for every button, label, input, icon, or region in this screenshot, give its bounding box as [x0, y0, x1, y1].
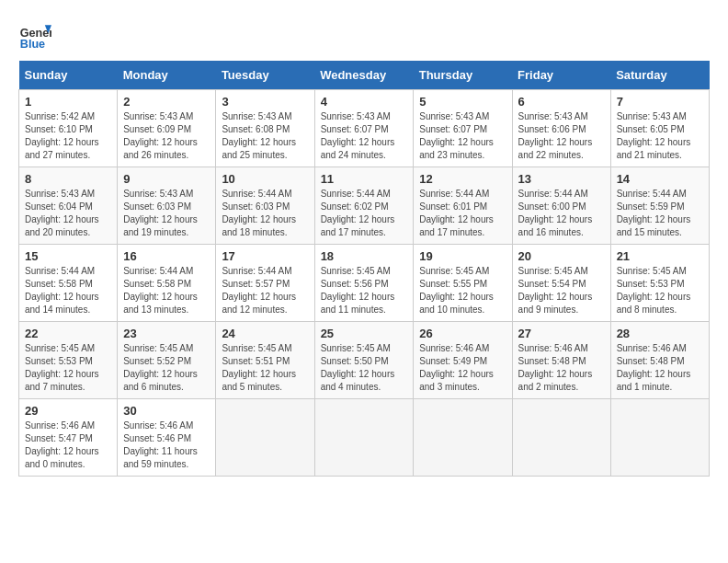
day-info: Sunrise: 5:45 AM Sunset: 5:53 PM Dayligh…: [617, 265, 703, 316]
day-info: Sunrise: 5:43 AM Sunset: 6:06 PM Dayligh…: [518, 110, 605, 162]
weekday-header-wednesday: Wednesday: [314, 61, 414, 90]
calendar-cell: [314, 399, 414, 477]
calendar-cell: 14 Sunrise: 5:44 AM Sunset: 5:59 PM Dayl…: [610, 167, 709, 245]
calendar-cell: 8 Sunrise: 5:43 AM Sunset: 6:04 PM Dayli…: [19, 167, 118, 245]
weekday-header-monday: Monday: [118, 61, 216, 90]
day-info: Sunrise: 5:42 AM Sunset: 6:10 PM Dayligh…: [25, 110, 111, 162]
day-number: 4: [321, 95, 408, 109]
calendar-cell: 1 Sunrise: 5:42 AM Sunset: 6:10 PM Dayli…: [19, 90, 118, 167]
day-info: Sunrise: 5:45 AM Sunset: 5:54 PM Dayligh…: [518, 265, 605, 316]
day-number: 19: [419, 249, 506, 263]
day-number: 17: [222, 249, 308, 263]
calendar-cell: 22 Sunrise: 5:45 AM Sunset: 5:53 PM Dayl…: [19, 322, 118, 399]
day-info: Sunrise: 5:46 AM Sunset: 5:47 PM Dayligh…: [25, 419, 111, 471]
day-number: 20: [518, 249, 605, 263]
calendar-week-5: 29 Sunrise: 5:46 AM Sunset: 5:47 PM Dayl…: [19, 399, 710, 477]
day-info: Sunrise: 5:43 AM Sunset: 6:07 PM Dayligh…: [419, 110, 506, 162]
day-number: 6: [518, 95, 605, 109]
day-info: Sunrise: 5:43 AM Sunset: 6:03 PM Dayligh…: [123, 188, 210, 239]
day-info: Sunrise: 5:44 AM Sunset: 5:59 PM Dayligh…: [617, 188, 703, 239]
day-number: 28: [617, 327, 703, 340]
day-info: Sunrise: 5:44 AM Sunset: 5:57 PM Dayligh…: [222, 265, 308, 316]
calendar-cell: 2 Sunrise: 5:43 AM Sunset: 6:09 PM Dayli…: [118, 90, 216, 167]
day-number: 30: [123, 404, 210, 418]
day-info: Sunrise: 5:45 AM Sunset: 5:56 PM Dayligh…: [321, 265, 408, 316]
day-info: Sunrise: 5:43 AM Sunset: 6:05 PM Dayligh…: [617, 110, 703, 162]
day-info: Sunrise: 5:44 AM Sunset: 5:58 PM Dayligh…: [25, 265, 111, 316]
day-info: Sunrise: 5:46 AM Sunset: 5:46 PM Dayligh…: [123, 419, 210, 471]
day-number: 9: [123, 172, 210, 186]
day-number: 21: [617, 249, 703, 263]
day-info: Sunrise: 5:44 AM Sunset: 5:58 PM Dayligh…: [123, 265, 210, 316]
day-info: Sunrise: 5:43 AM Sunset: 6:09 PM Dayligh…: [123, 110, 210, 162]
calendar-week-1: 1 Sunrise: 5:42 AM Sunset: 6:10 PM Dayli…: [19, 90, 710, 167]
day-info: Sunrise: 5:45 AM Sunset: 5:51 PM Dayligh…: [222, 342, 308, 394]
day-number: 7: [617, 95, 703, 109]
calendar-cell: [414, 399, 512, 477]
day-number: 5: [419, 95, 506, 109]
day-info: Sunrise: 5:44 AM Sunset: 6:03 PM Dayligh…: [222, 188, 308, 239]
calendar-cell: 3 Sunrise: 5:43 AM Sunset: 6:08 PM Dayli…: [216, 90, 314, 167]
day-number: 24: [222, 327, 308, 340]
calendar-cell: 25 Sunrise: 5:45 AM Sunset: 5:50 PM Dayl…: [314, 322, 414, 399]
day-info: Sunrise: 5:43 AM Sunset: 6:08 PM Dayligh…: [222, 110, 308, 162]
calendar-cell: 21 Sunrise: 5:45 AM Sunset: 5:53 PM Dayl…: [610, 245, 709, 322]
day-number: 12: [419, 172, 506, 186]
calendar-cell: 11 Sunrise: 5:44 AM Sunset: 6:02 PM Dayl…: [314, 167, 414, 245]
day-number: 27: [518, 327, 605, 340]
day-info: Sunrise: 5:45 AM Sunset: 5:52 PM Dayligh…: [123, 342, 210, 394]
day-number: 26: [419, 327, 506, 340]
calendar-cell: 19 Sunrise: 5:45 AM Sunset: 5:55 PM Dayl…: [414, 245, 512, 322]
day-number: 8: [25, 172, 111, 186]
day-info: Sunrise: 5:46 AM Sunset: 5:48 PM Dayligh…: [518, 342, 605, 394]
header: General Blue: [18, 18, 710, 52]
day-number: 18: [321, 249, 408, 263]
logo: General Blue: [18, 18, 51, 52]
calendar-cell: 20 Sunrise: 5:45 AM Sunset: 5:54 PM Dayl…: [512, 245, 610, 322]
day-info: Sunrise: 5:44 AM Sunset: 6:00 PM Dayligh…: [518, 188, 605, 239]
day-info: Sunrise: 5:45 AM Sunset: 5:53 PM Dayligh…: [25, 342, 111, 394]
day-number: 29: [25, 404, 111, 418]
day-number: 1: [25, 95, 111, 109]
weekday-header-tuesday: Tuesday: [216, 61, 314, 90]
calendar-week-4: 22 Sunrise: 5:45 AM Sunset: 5:53 PM Dayl…: [19, 322, 710, 399]
day-info: Sunrise: 5:43 AM Sunset: 6:04 PM Dayligh…: [25, 188, 111, 239]
calendar-cell: 26 Sunrise: 5:46 AM Sunset: 5:49 PM Dayl…: [414, 322, 512, 399]
day-number: 13: [518, 172, 605, 186]
calendar-cell: [216, 399, 314, 477]
calendar-cell: 7 Sunrise: 5:43 AM Sunset: 6:05 PM Dayli…: [610, 90, 709, 167]
calendar-cell: 13 Sunrise: 5:44 AM Sunset: 6:00 PM Dayl…: [512, 167, 610, 245]
calendar-week-2: 8 Sunrise: 5:43 AM Sunset: 6:04 PM Dayli…: [19, 167, 710, 245]
day-number: 22: [25, 327, 111, 340]
calendar-cell: 12 Sunrise: 5:44 AM Sunset: 6:01 PM Dayl…: [414, 167, 512, 245]
calendar-cell: [512, 399, 610, 477]
day-info: Sunrise: 5:44 AM Sunset: 6:01 PM Dayligh…: [419, 188, 506, 239]
weekday-header-sunday: Sunday: [19, 61, 118, 90]
weekday-header-friday: Friday: [512, 61, 610, 90]
calendar-cell: 15 Sunrise: 5:44 AM Sunset: 5:58 PM Dayl…: [19, 245, 118, 322]
logo-icon: General Blue: [18, 18, 51, 52]
calendar-cell: 10 Sunrise: 5:44 AM Sunset: 6:03 PM Dayl…: [216, 167, 314, 245]
calendar-week-3: 15 Sunrise: 5:44 AM Sunset: 5:58 PM Dayl…: [19, 245, 710, 322]
calendar-cell: [610, 399, 709, 477]
day-info: Sunrise: 5:44 AM Sunset: 6:02 PM Dayligh…: [321, 188, 408, 239]
calendar-cell: 9 Sunrise: 5:43 AM Sunset: 6:03 PM Dayli…: [118, 167, 216, 245]
calendar-table: SundayMondayTuesdayWednesdayThursdayFrid…: [18, 61, 710, 477]
calendar-cell: 29 Sunrise: 5:46 AM Sunset: 5:47 PM Dayl…: [19, 399, 118, 477]
day-info: Sunrise: 5:45 AM Sunset: 5:55 PM Dayligh…: [419, 265, 506, 316]
day-number: 15: [25, 249, 111, 263]
calendar-cell: 24 Sunrise: 5:45 AM Sunset: 5:51 PM Dayl…: [216, 322, 314, 399]
calendar-cell: 27 Sunrise: 5:46 AM Sunset: 5:48 PM Dayl…: [512, 322, 610, 399]
day-number: 11: [321, 172, 408, 186]
calendar-cell: 28 Sunrise: 5:46 AM Sunset: 5:48 PM Dayl…: [610, 322, 709, 399]
day-number: 2: [123, 95, 210, 109]
calendar-cell: 17 Sunrise: 5:44 AM Sunset: 5:57 PM Dayl…: [216, 245, 314, 322]
calendar-cell: 18 Sunrise: 5:45 AM Sunset: 5:56 PM Dayl…: [314, 245, 414, 322]
day-number: 25: [321, 327, 408, 340]
calendar-cell: 23 Sunrise: 5:45 AM Sunset: 5:52 PM Dayl…: [118, 322, 216, 399]
calendar-cell: 30 Sunrise: 5:46 AM Sunset: 5:46 PM Dayl…: [118, 399, 216, 477]
svg-text:Blue: Blue: [20, 38, 45, 51]
calendar-cell: 6 Sunrise: 5:43 AM Sunset: 6:06 PM Dayli…: [512, 90, 610, 167]
day-info: Sunrise: 5:43 AM Sunset: 6:07 PM Dayligh…: [321, 110, 408, 162]
day-number: 16: [123, 249, 210, 263]
